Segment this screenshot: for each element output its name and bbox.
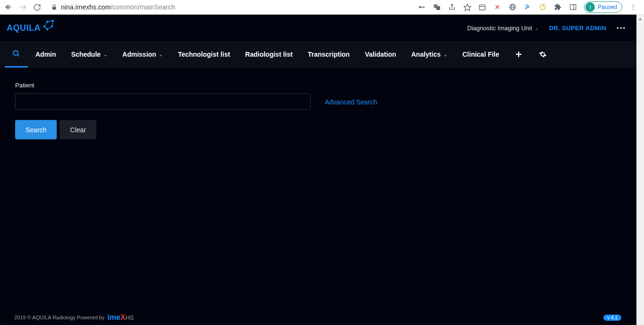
- svg-point-23: [13, 51, 18, 55]
- svg-point-22: [47, 29, 48, 30]
- ext-icon-1[interactable]: ✕: [493, 3, 502, 11]
- svg-marker-17: [44, 21, 53, 29]
- clear-button[interactable]: Clear: [60, 120, 96, 139]
- plus-icon: [515, 51, 522, 58]
- footer-brand: imeXHS: [107, 313, 134, 322]
- search-icon: [12, 50, 20, 58]
- unit-label: Diagnostic Imaging Unit: [467, 25, 532, 32]
- nav-label: Clinical File: [462, 51, 499, 58]
- nav-add[interactable]: [507, 41, 531, 68]
- svg-marker-8: [464, 4, 470, 10]
- chevron-down-icon: ⌄: [535, 26, 539, 31]
- nav-analytics[interactable]: Analytics ⌄: [404, 41, 455, 68]
- panel-icon[interactable]: [569, 3, 577, 11]
- nav-transcription[interactable]: Transcription: [300, 41, 357, 68]
- search-panel: Patient Search Clear Advanced Search: [0, 68, 636, 154]
- share-icon[interactable]: [448, 3, 456, 11]
- advanced-search-link[interactable]: Advanced Search: [325, 98, 377, 106]
- svg-point-20: [52, 20, 54, 22]
- nav-radiologist[interactable]: Radiologist list: [238, 41, 300, 68]
- nav-clinical-file[interactable]: Clinical File: [455, 41, 507, 68]
- svg-point-3: [419, 6, 421, 9]
- browser-toolbar: nina.imexhs.com/common/mainSearch ✕: [0, 0, 644, 15]
- footer: 2019 © AQUILA Radiology Powered by imeXH…: [0, 310, 636, 325]
- nav-settings[interactable]: [531, 41, 555, 68]
- user-name[interactable]: DR. SUPER ADMIN: [549, 25, 606, 32]
- key-icon[interactable]: [418, 3, 426, 11]
- nav-label: Validation: [365, 51, 396, 58]
- globe-icon[interactable]: [508, 3, 517, 11]
- calendar-icon[interactable]: [478, 3, 487, 11]
- scroll-up-icon[interactable]: ▲: [636, 15, 644, 22]
- lock-icon: [51, 4, 57, 10]
- nav-validation[interactable]: Validation: [357, 41, 404, 68]
- nav-schedule[interactable]: Schedule ⌄: [64, 41, 115, 68]
- svg-point-19: [47, 21, 48, 23]
- nav-admin[interactable]: Admin: [28, 41, 64, 68]
- svg-rect-15: [570, 5, 576, 10]
- svg-rect-26: [516, 54, 522, 55]
- profile-status: Paused: [598, 4, 617, 10]
- avatar: I: [585, 2, 595, 12]
- forward-button[interactable]: [18, 2, 27, 12]
- profile-chip[interactable]: I Paused: [584, 1, 622, 13]
- nav-technologist[interactable]: Technologist list: [170, 41, 237, 68]
- patient-input[interactable]: [15, 94, 311, 110]
- version-badge: v 4.1: [603, 315, 621, 321]
- svg-rect-7: [436, 6, 440, 10]
- nav-label: Radiologist list: [245, 51, 293, 58]
- reload-button[interactable]: [32, 2, 42, 12]
- svg-rect-5: [424, 7, 425, 8]
- unit-dropdown[interactable]: Diagnostic Imaging Unit ⌄: [467, 25, 539, 32]
- footer-copyright: 2019 © AQUILA Radiology Powered by: [14, 315, 104, 320]
- circle-ext-icon[interactable]: [539, 3, 547, 11]
- star-icon[interactable]: [463, 3, 471, 11]
- nav-label: Technologist list: [178, 51, 230, 58]
- svg-point-18: [44, 26, 45, 27]
- more-menu-icon[interactable]: •••: [617, 25, 626, 32]
- extensions-icon[interactable]: [554, 3, 562, 11]
- gear-icon: [539, 51, 547, 58]
- nav-label: Schedule: [71, 51, 101, 58]
- translate-icon[interactable]: [433, 3, 441, 11]
- scrollbar[interactable]: ▲: [636, 15, 644, 325]
- app-header: AQUILA Diagnostic Imaging Unit ⌄ DR. SUP…: [0, 15, 636, 41]
- svg-rect-9: [479, 5, 485, 10]
- kebab-menu-icon[interactable]: ⋮: [629, 3, 637, 11]
- wrench-icon[interactable]: [523, 3, 532, 11]
- chevron-down-icon: ⌄: [104, 52, 107, 57]
- nav-search[interactable]: [5, 41, 28, 68]
- logo[interactable]: AQUILA: [7, 23, 55, 33]
- nav-admission[interactable]: Admission ⌄: [115, 41, 171, 68]
- nav-label: Analytics: [411, 51, 441, 58]
- svg-point-21: [52, 26, 53, 27]
- main-nav: Admin Schedule ⌄ Admission ⌄ Technologis…: [0, 41, 636, 68]
- nav-label: Admin: [35, 51, 56, 58]
- chevron-down-icon: ⌄: [444, 52, 447, 57]
- svg-line-24: [17, 55, 19, 57]
- nav-label: Transcription: [308, 51, 350, 58]
- back-button[interactable]: [4, 2, 13, 12]
- nav-label: Admission: [122, 51, 157, 58]
- patient-label: Patient: [15, 82, 311, 89]
- logo-icon: [43, 19, 55, 31]
- search-button[interactable]: Search: [15, 120, 57, 139]
- logo-text: AQUILA: [7, 23, 41, 33]
- chevron-down-icon: ⌄: [159, 52, 163, 57]
- url-text: nina.imexhs.com/common/mainSearch: [61, 3, 175, 11]
- address-bar[interactable]: nina.imexhs.com/common/mainSearch: [46, 3, 413, 11]
